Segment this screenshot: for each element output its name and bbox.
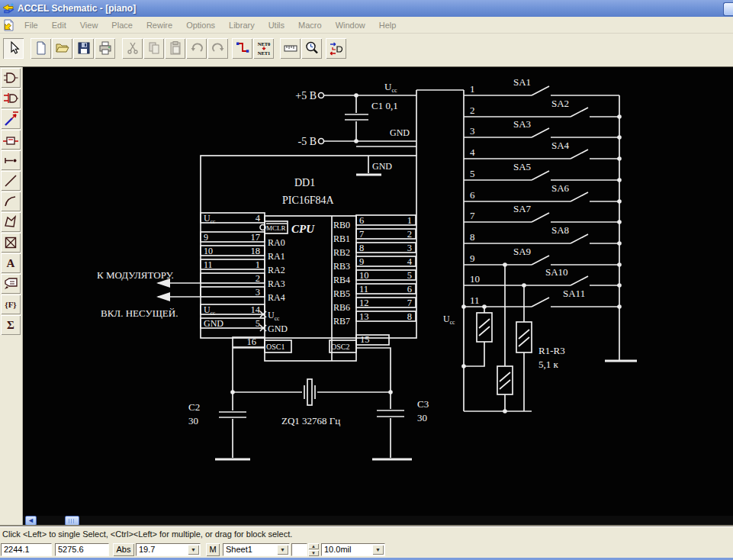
open-file-button[interactable]	[52, 38, 72, 59]
copy-button[interactable]	[143, 38, 164, 59]
pin-name: RB3	[333, 261, 350, 272]
junction-dot	[388, 390, 393, 394]
pin-name: RA0	[268, 237, 285, 248]
macro-button[interactable]: M	[206, 543, 220, 556]
supply-label: +5 В	[295, 90, 317, 101]
schematic-canvas[interactable]: 1SA12SA23SA34SA45SA56SA67SA78SA89SA910SA…	[23, 67, 733, 516]
junction-dot	[617, 114, 622, 119]
window-control-partial[interactable]	[723, 2, 733, 16]
zoom-level-dropdown[interactable]: 19.7 ▼	[136, 543, 201, 556]
pin-number: 14	[251, 304, 261, 315]
schematic-wire	[532, 128, 549, 137]
place-ref-point-button[interactable]	[1, 233, 21, 253]
undo-button[interactable]	[186, 38, 207, 59]
place-part-button[interactable]	[1, 68, 21, 88]
horizontal-scrollbar[interactable]: ◄	[23, 516, 733, 526]
place-field-button[interactable]: {F}	[1, 294, 21, 314]
junction-dot	[461, 304, 466, 309]
grid-spacing-dropdown[interactable]: 10.0mil ▼	[321, 543, 385, 556]
cut-button[interactable]	[122, 38, 143, 59]
sheet-dropdown[interactable]: Sheet1 ▼	[223, 543, 290, 556]
menu-window[interactable]: Window	[329, 18, 372, 32]
net-label: GND	[204, 318, 223, 329]
measure-tool-button[interactable]	[280, 38, 301, 59]
status-hint: Click <Left> to single Select, <Ctrl><Le…	[2, 529, 292, 539]
menu-options[interactable]: Options	[179, 18, 222, 32]
key-row-number: 7	[470, 210, 475, 221]
menu-edit[interactable]: Edit	[45, 18, 73, 32]
minus5-terminal	[319, 139, 324, 144]
spin-down-button[interactable]: ▼	[308, 550, 319, 556]
key-row-number: 6	[470, 189, 475, 201]
spin-up-button[interactable]: ▲	[308, 543, 319, 549]
x-coordinate-field[interactable]: 2244.1	[1, 543, 52, 556]
rename-net-tool-button[interactable]: NET0NET1	[253, 38, 274, 59]
menu-rewire[interactable]: Rewire	[140, 18, 179, 32]
zoom-tool-button[interactable]	[301, 38, 322, 59]
menu-file[interactable]: File	[18, 18, 45, 32]
junction-dot	[617, 220, 622, 224]
menu-place[interactable]: Place	[104, 18, 140, 32]
pin-number: 1	[256, 259, 260, 270]
schematic-drawing[interactable]: 1SA12SA23SA34SA45SA56SA67SA78SA89SA910SA…	[23, 67, 733, 516]
document-icon[interactable]	[2, 19, 15, 31]
chevron-down-icon[interactable]: ▼	[277, 545, 288, 555]
place-bus-button[interactable]	[1, 109, 21, 129]
paste-button[interactable]	[165, 38, 185, 59]
menu-library[interactable]: Library	[222, 18, 262, 32]
scroll-thumb[interactable]	[65, 516, 79, 526]
sheet-spinner[interactable]: ▲ ▼	[308, 543, 319, 556]
place-arc-button[interactable]	[1, 191, 21, 211]
pin-name: RA2	[268, 265, 285, 275]
place-attribute-button[interactable]	[1, 274, 21, 294]
junction-dot	[482, 304, 487, 309]
menu-utils[interactable]: Utils	[262, 18, 291, 32]
net-number: 1	[407, 215, 412, 226]
net-number: 5	[407, 270, 412, 281]
switch-label: SA11	[563, 288, 585, 299]
ucc-label: Ucc	[384, 81, 397, 94]
junction-dot	[617, 241, 622, 246]
ucc-label: Ucc	[443, 314, 455, 326]
y-coordinate-field[interactable]: 5275.6	[55, 543, 109, 556]
print-button[interactable]	[95, 38, 115, 59]
place-wire-button[interactable]	[1, 89, 21, 108]
switch-label: SA10	[545, 266, 568, 278]
status-field-bar: 2244.1 5275.6 Abs 19.7 ▼ M Sheet1 ▼ ▲ ▼ …	[0, 542, 733, 558]
window-title: ACCEL Schematic - [piano]	[18, 3, 136, 14]
junction-dot	[354, 139, 358, 143]
place-pin-button[interactable]	[1, 150, 21, 170]
menu-view[interactable]: View	[73, 18, 105, 32]
place-ieee-symbol-button[interactable]: Σ	[1, 315, 21, 335]
scroll-left-button[interactable]: ◄	[25, 516, 37, 526]
net-label: 10	[204, 246, 213, 256]
title-bar[interactable]: ACCEL Schematic - [piano]	[0, 0, 733, 17]
place-port-button[interactable]	[1, 130, 21, 150]
key-row-number: 5	[470, 168, 475, 179]
place-polygon-button[interactable]	[1, 212, 21, 232]
pin-name: RB7	[333, 316, 350, 327]
menu-help[interactable]: Help	[372, 18, 403, 32]
chevron-down-icon[interactable]: ▼	[188, 545, 199, 555]
pin-name: RB2	[333, 247, 350, 258]
c3-value: 30	[417, 412, 427, 423]
connectivity-tool-button[interactable]	[326, 38, 346, 59]
pin-number: 5	[256, 318, 260, 329]
schematic-wire	[532, 213, 549, 222]
sheet-number-field[interactable]	[291, 543, 307, 556]
new-document-button[interactable]	[31, 38, 51, 59]
gnd-label: GND	[390, 127, 410, 138]
save-file-button[interactable]	[73, 38, 94, 59]
select-tool-button[interactable]	[3, 38, 24, 59]
junction-dot	[617, 199, 622, 204]
menu-macro[interactable]: Macro	[291, 18, 329, 32]
place-text-button[interactable]: A	[1, 253, 21, 273]
place-wire-tool-button[interactable]	[232, 38, 252, 59]
status-hint-bar: Click <Left> to single Select, <Ctrl><Le…	[0, 526, 733, 542]
net-number: 8	[407, 311, 412, 322]
abs-rel-button[interactable]: Abs	[113, 543, 134, 556]
chevron-down-icon[interactable]: ▼	[372, 545, 384, 555]
c2-value: 30	[188, 415, 198, 426]
place-line-button[interactable]	[1, 171, 21, 191]
redo-button[interactable]	[207, 38, 228, 59]
